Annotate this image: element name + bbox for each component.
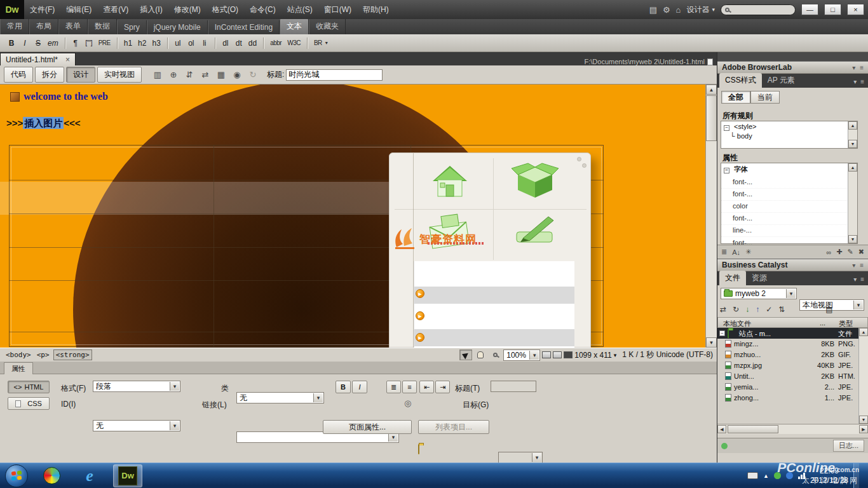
tag-selector-strong[interactable]: <strong> bbox=[53, 349, 92, 360]
ol-button[interactable]: ol bbox=[185, 37, 198, 50]
put-files-icon[interactable]: ↑ bbox=[756, 305, 759, 314]
chevron-down-icon[interactable]: ▾ bbox=[853, 78, 857, 85]
indent-button[interactable]: ⇥ bbox=[435, 381, 450, 393]
view-options-icon[interactable]: ▦ bbox=[214, 69, 228, 81]
css-property-row[interactable]: line-... bbox=[721, 224, 857, 237]
show-desktop-button[interactable] bbox=[853, 463, 859, 488]
file-row[interactable]: mingz...8KBPNG. bbox=[717, 339, 868, 349]
column-type[interactable]: 类型 bbox=[839, 319, 853, 329]
italic-button[interactable]: I bbox=[18, 37, 31, 50]
html-mode-button[interactable]: <> HTML bbox=[8, 381, 50, 393]
attach-stylesheet-icon[interactable]: ∞ bbox=[827, 248, 832, 256]
tree-collapse-icon[interactable]: − bbox=[724, 125, 729, 131]
br-button[interactable]: BR bbox=[311, 37, 325, 50]
tab-assets[interactable]: 资源 bbox=[746, 271, 773, 285]
file-management-icon[interactable]: ⇵ bbox=[182, 69, 196, 81]
show-hidden-icons[interactable]: ▲ bbox=[763, 473, 769, 479]
insert-image-line[interactable]: >>>插入图片<<< bbox=[6, 118, 81, 130]
dt-button[interactable]: dt bbox=[233, 37, 245, 50]
insert-tab-forms[interactable]: 表单 bbox=[58, 18, 88, 34]
minimize-button[interactable]: — bbox=[801, 4, 818, 15]
tray-app-icon-green[interactable] bbox=[774, 472, 781, 479]
chevron-down-icon[interactable]: ▾ bbox=[325, 40, 328, 46]
tab-css-styles[interactable]: CSS样式 bbox=[719, 73, 762, 88]
document-tab[interactable]: Untitled-1.html* × bbox=[0, 53, 76, 65]
unordered-list-button[interactable]: ≣ bbox=[386, 381, 401, 393]
welcome-text-row[interactable]: welcome to the web bbox=[10, 91, 108, 102]
taskbar-clock[interactable]: 22:09 2012/12/28 bbox=[810, 466, 848, 485]
strong-button[interactable]: S bbox=[32, 37, 44, 50]
expand-panel-icon[interactable]: ▤ bbox=[825, 305, 832, 314]
extensions-gear-icon[interactable]: ⚙ bbox=[663, 5, 670, 15]
css-property-row[interactable]: font-... bbox=[721, 187, 857, 201]
bold-button[interactable]: B bbox=[5, 37, 18, 50]
menu-window[interactable]: 窗口(W) bbox=[318, 0, 357, 19]
tree-collapse-icon[interactable]: − bbox=[719, 330, 725, 336]
log-button[interactable]: 日志... bbox=[833, 440, 864, 452]
pre-button[interactable]: PRE bbox=[96, 37, 113, 50]
insert-tab-data[interactable]: 数据 bbox=[88, 18, 117, 34]
insert-tab-spry[interactable]: Spry bbox=[117, 20, 147, 34]
page-properties-button[interactable]: 页面属性... bbox=[323, 420, 412, 434]
blockquote-button[interactable]: [""] bbox=[83, 37, 95, 50]
style-rule-node[interactable]: <style> bbox=[734, 123, 756, 130]
canvas-vertical-scrollbar[interactable]: ▲ ▼ bbox=[705, 85, 717, 348]
insert-tab-layout[interactable]: 布局 bbox=[29, 18, 58, 34]
h2-button[interactable]: h2 bbox=[135, 37, 149, 50]
workspace-switcher[interactable]: 设计器 ▾ bbox=[686, 4, 715, 15]
edit-rule-icon[interactable]: ✎ bbox=[848, 248, 853, 256]
css-property-row[interactable]: font-... bbox=[721, 175, 857, 189]
css-mode-button[interactable]: CSS bbox=[8, 397, 50, 410]
taskbar-dreamweaver-button[interactable]: Dw bbox=[113, 464, 142, 487]
scroll-right-icon[interactable]: ▶ bbox=[859, 425, 868, 433]
close-button[interactable]: × bbox=[847, 4, 864, 15]
list-view-icon[interactable]: A↓ bbox=[732, 248, 740, 256]
outdent-button[interactable]: ⇤ bbox=[419, 381, 434, 393]
column-local-files[interactable]: 本地文件 bbox=[723, 319, 751, 329]
panel-menu-icon[interactable]: ≡ bbox=[860, 262, 864, 269]
chevron-down-icon[interactable]: ▾ bbox=[852, 262, 855, 269]
id-select[interactable]: 无 bbox=[93, 420, 180, 431]
class-select[interactable]: 无 bbox=[236, 392, 324, 403]
panel-menu-icon[interactable]: ≡ bbox=[860, 78, 864, 85]
file-row[interactable]: Untit...2KBHTM. bbox=[717, 371, 868, 382]
h1-button[interactable]: h1 bbox=[121, 37, 135, 50]
files-scrollbar[interactable]: ▲ ▼ bbox=[858, 328, 868, 424]
connect-icon[interactable]: ⇄ bbox=[720, 305, 726, 314]
refresh-icon[interactable]: ↻ bbox=[733, 305, 739, 314]
file-row[interactable]: zhong...1...JPE. bbox=[717, 393, 868, 403]
menu-file[interactable]: 文件(F) bbox=[24, 0, 60, 19]
delete-rule-icon[interactable]: ✖ bbox=[858, 248, 864, 256]
menu-commands[interactable]: 命令(C) bbox=[244, 0, 281, 19]
scroll-up-icon[interactable]: ▲ bbox=[859, 328, 868, 336]
ul-button[interactable]: ul bbox=[172, 37, 184, 50]
zoom-level-select[interactable]: 100% bbox=[503, 349, 540, 361]
tab-files[interactable]: 文件 bbox=[719, 271, 746, 285]
design-view-button[interactable]: 设计 bbox=[66, 67, 95, 83]
insert-tab-jquery-mobile[interactable]: jQuery Mobile bbox=[147, 20, 208, 34]
browserlab-panel-header[interactable]: Adobe BrowserLab ▾≡ bbox=[717, 61, 868, 74]
select-tool-button[interactable] bbox=[459, 349, 472, 360]
body-rule-node[interactable]: body bbox=[737, 132, 752, 140]
scroll-up-icon[interactable]: ▲ bbox=[706, 85, 717, 95]
window-size-icon[interactable] bbox=[553, 351, 562, 358]
italic-property-button[interactable]: I bbox=[352, 381, 367, 393]
all-rules-toggle[interactable]: 全部 bbox=[721, 91, 750, 104]
rules-tree[interactable]: − <style> └ body ▲ ▼ bbox=[721, 121, 858, 149]
scroll-down-icon[interactable]: ▼ bbox=[848, 235, 857, 243]
tag-selector-body[interactable]: <body> bbox=[4, 350, 33, 360]
set-properties-icon[interactable]: ✳ bbox=[745, 248, 751, 256]
rules-scrollbar[interactable]: ▲ ▼ bbox=[848, 121, 857, 148]
taskbar-ie-button[interactable]: e bbox=[75, 464, 104, 487]
menu-format[interactable]: 格式(O) bbox=[207, 0, 244, 19]
em-button[interactable]: em bbox=[45, 37, 61, 50]
new-css-rule-icon[interactable]: ✚ bbox=[836, 248, 842, 256]
css-properties-grid[interactable]: − 字体 font-... font-... color font-... li… bbox=[721, 163, 858, 244]
preview-globe-icon[interactable]: ⊕ bbox=[166, 69, 180, 81]
title-input[interactable] bbox=[286, 69, 383, 81]
business-catalyst-panel-header[interactable]: Business Catalyst ▾≡ bbox=[717, 259, 868, 271]
li-button[interactable]: li bbox=[198, 37, 211, 50]
menu-view[interactable]: 查看(V) bbox=[97, 0, 134, 19]
menu-help[interactable]: 帮助(H) bbox=[357, 0, 395, 19]
selected-text[interactable]: 插入图片 bbox=[23, 117, 64, 129]
